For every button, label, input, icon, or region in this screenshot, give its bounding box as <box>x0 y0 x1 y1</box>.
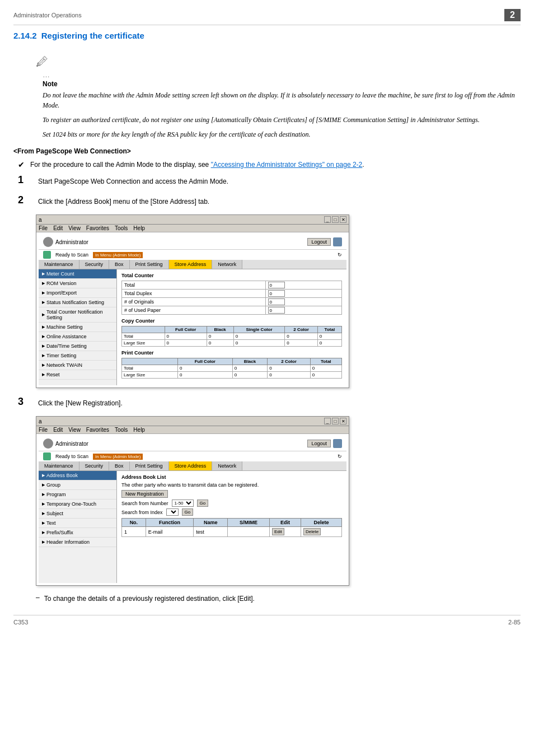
accessing-admin-link[interactable]: "Accessing the Administrator Settings" o… <box>211 161 363 169</box>
search-from-index-row: Search from Index Go <box>121 508 342 516</box>
step-3-row: 3 Click the [New Registration]. <box>18 396 521 408</box>
sidebar-temp-onetouch[interactable]: ▶Temporary One-Touch <box>39 500 116 509</box>
cell-name: test <box>194 527 228 537</box>
menu-tools-2[interactable]: Tools <box>115 427 128 433</box>
sidebar-address-book[interactable]: ▶Address Book <box>39 471 116 480</box>
step-1-row: 1 Start PageScope Web Connection and acc… <box>18 174 521 186</box>
tab-network-2[interactable]: Network <box>212 461 242 470</box>
menu-edit-2[interactable]: Edit <box>53 427 63 433</box>
menu-help-2[interactable]: Help <box>133 427 145 433</box>
step-2-text: Click the [Address Book] menu of the [St… <box>38 194 209 207</box>
address-book-table: No. Function Name S/MIME Edit Delete 1 <box>121 518 342 537</box>
delete-btn-row1[interactable]: Delete <box>303 528 321 535</box>
sidebar-reset[interactable]: ▶Reset <box>39 370 116 380</box>
menu-edit-1[interactable]: Edit <box>53 225 63 231</box>
browser-titlebar-1: a _ □ ✕ <box>36 215 349 225</box>
step-2-row: 2 Click the [Address Book] menu of the [… <box>18 194 521 207</box>
step-1-text: Start PageScope Web Connection and acces… <box>38 174 228 186</box>
page-header: Administrator Operations 2 <box>13 9 521 25</box>
step-3-number: 3 <box>18 396 34 408</box>
sidebar-datetime-setting[interactable]: ▶Date/Time Setting <box>39 342 116 351</box>
search-range-dropdown[interactable]: 1-50 <box>172 500 194 507</box>
go-btn-index[interactable]: Go <box>182 508 194 516</box>
tab-print-setting-2[interactable]: Print Setting <box>130 461 169 470</box>
step-2-number: 2 <box>18 194 34 206</box>
cell-edit: Edit <box>269 527 301 537</box>
tab-box-2[interactable]: Box <box>109 461 130 470</box>
nav-tabs-1: Maintenance Security Box Print Setting S… <box>39 260 346 269</box>
admin-logo-1: Administrator <box>43 237 88 247</box>
sidebar-online-assistance[interactable]: ▶Online Assistance <box>39 332 116 342</box>
col-header-delete: Delete <box>301 519 341 527</box>
status-icon-scan-2 <box>43 452 51 460</box>
sidebar-import-export[interactable]: ▶Import/Export <box>39 288 116 298</box>
dash-note-item: – To change the details of a previously … <box>36 594 521 604</box>
minimize-btn-2[interactable]: _ <box>324 418 331 424</box>
sidebar-rom-version[interactable]: ▶ROM Version <box>39 279 116 288</box>
refresh-icon-1: ↻ <box>338 252 342 258</box>
tab-security-2[interactable]: Security <box>79 461 110 470</box>
go-btn-number[interactable]: Go <box>197 500 209 507</box>
tab-maintenance-1[interactable]: Maintenance <box>39 260 79 269</box>
print-counter-title: Print Counter <box>121 350 342 356</box>
maximize-btn-1[interactable]: □ <box>332 216 339 223</box>
menu-tools-1[interactable]: Tools <box>115 225 128 231</box>
logout-btn-1[interactable]: Logout <box>307 238 331 246</box>
sidebar-text[interactable]: ▶Text <box>39 519 116 528</box>
section-heading: 2.14.2 Registering the certificate <box>13 31 521 47</box>
col-header-edit: Edit <box>269 519 301 527</box>
footer-page: 2-85 <box>508 619 521 626</box>
from-header: <From PageScope Web Connection> <box>13 147 521 155</box>
sidebar-program[interactable]: ▶Program <box>39 490 116 500</box>
check-text: For the procedure to call the Admin Mode… <box>30 160 364 170</box>
close-btn-1[interactable]: ✕ <box>340 216 346 223</box>
sidebar-status-notification[interactable]: ▶Status Notification Setting <box>39 298 116 307</box>
copy-counter-title: Copy Counter <box>121 318 342 324</box>
sidebar-subject[interactable]: ▶Subject <box>39 509 116 519</box>
tab-store-address-1[interactable]: Store Address <box>169 260 213 269</box>
logout-btn-2[interactable]: Logout <box>307 440 331 447</box>
browser-title-2: a <box>39 418 42 424</box>
menu-favorites-2[interactable]: Favorites <box>86 427 109 433</box>
sidebar-total-counter-notification[interactable]: ▶Total Counter Notification Setting <box>39 307 116 323</box>
menu-favorites-1[interactable]: Favorites <box>86 225 109 231</box>
maximize-btn-2[interactable]: □ <box>332 418 339 424</box>
cell-delete: Delete <box>301 527 341 537</box>
admin-sidebar-1: ▶Meter Count ▶ROM Version ▶Import/Export… <box>39 269 117 385</box>
edit-btn-row1[interactable]: Edit <box>272 528 284 535</box>
check-mark-icon: ✔ <box>18 160 25 169</box>
step-3-text: Click the [New Registration]. <box>38 396 123 408</box>
sidebar-header-info[interactable]: ▶Header Information <box>39 538 116 547</box>
col-header-function: Function <box>146 519 194 527</box>
tab-network-1[interactable]: Network <box>212 260 242 269</box>
browser-menubar-2: File Edit View Favorites Tools Help <box>36 426 349 434</box>
sidebar-machine-setting[interactable]: ▶Machine Setting <box>39 323 116 332</box>
search-index-dropdown[interactable] <box>166 508 179 516</box>
admin-status-bar-1: Ready to Scan In Menu (Admin Mode) ↻ <box>39 250 346 260</box>
tab-box-1[interactable]: Box <box>109 260 130 269</box>
menu-view-1[interactable]: View <box>68 225 81 231</box>
menu-file-2[interactable]: File <box>39 427 48 433</box>
menu-view-2[interactable]: View <box>68 427 81 433</box>
admin-sidebar-2: ▶Address Book ▶Group ▶Program ▶Temporary… <box>39 471 117 583</box>
close-btn-2[interactable]: ✕ <box>340 418 346 424</box>
tab-store-address-2[interactable]: Store Address <box>169 461 213 470</box>
minimize-btn-1[interactable]: _ <box>324 216 331 223</box>
sidebar-prefix-suffix[interactable]: ▶Prefix/Suffix <box>39 528 116 538</box>
admin-logo-icon-2 <box>43 438 53 449</box>
sidebar-group[interactable]: ▶Group <box>39 480 116 490</box>
tab-print-setting-1[interactable]: Print Setting <box>130 260 169 269</box>
sidebar-network-twain[interactable]: ▶Network TWAIN <box>39 361 116 370</box>
menu-help-1[interactable]: Help <box>133 225 145 231</box>
tab-security-1[interactable]: Security <box>79 260 110 269</box>
sidebar-timer-setting[interactable]: ▶Timer Setting <box>39 351 116 361</box>
sidebar-meter-count[interactable]: ▶Meter Count <box>39 269 116 279</box>
titlebar-buttons-2: _ □ ✕ <box>324 418 346 424</box>
admin-logo-icon-1 <box>43 237 53 247</box>
admin-logo-2: Administrator <box>43 438 88 449</box>
new-registration-btn[interactable]: New Registration <box>121 490 168 498</box>
admin-body-1: ▶Meter Count ▶ROM Version ▶Import/Export… <box>39 269 346 385</box>
tab-maintenance-2[interactable]: Maintenance <box>39 461 79 470</box>
menu-file-1[interactable]: File <box>39 225 48 231</box>
status-text-2: Ready to Scan <box>55 454 88 459</box>
